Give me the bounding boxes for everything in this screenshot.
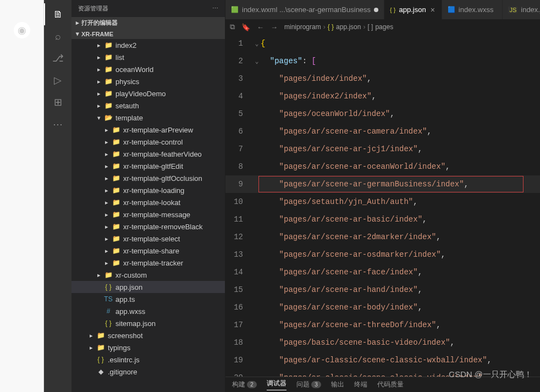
tree-folder[interactable]: ▸📁xr-template-lookat [71,196,225,208]
tree-label: app.json [115,283,142,291]
editor-tab[interactable]: JSindex.js ...\ [503,0,540,19]
code-line[interactable]: 20 "pages/ar-classic/scene-classic-video… [225,369,540,377]
tree-folder[interactable]: ▸📁xr-template-gltfOcclusion [71,172,225,184]
back-icon[interactable]: ← [257,23,264,31]
panel-build[interactable]: 构建 2 [232,380,257,389]
code-line[interactable]: 10 "pages/setauth/yjn_Auth/auth", [225,193,540,211]
code-line[interactable]: 7 "pages/ar/scene-ar-jcj1/index", [225,140,540,158]
tree-file[interactable]: ▸{ }sitemap.json [71,317,225,329]
folder-open-icon: 📂 [103,114,113,122]
panel-codequality[interactable]: 代码质量 [377,380,404,389]
chevron-icon: ▸ [95,78,103,85]
editor-area: 🟩index.wxml ...\scene-ar-germanBusiness{… [225,0,540,392]
code-line[interactable]: 16 "pages/ar/scene-ar-body/index", [225,299,540,316]
json-icon: { } [103,283,113,291]
close-icon[interactable]: × [429,5,436,14]
code-line[interactable]: 19 "pages/ar-classic/scene-classic-wxbal… [225,351,540,369]
more-icon[interactable]: ⋯ [212,5,218,12]
tree-folder[interactable]: ▸📁xr-template-arPreview [71,124,225,136]
tree-file[interactable]: ▸◆.gitignore [71,366,225,378]
editor-tab[interactable]: { }app.json× [384,0,442,19]
branch-icon[interactable]: ⎇ [44,47,71,69]
line-number: 19 [225,356,253,365]
tree-folder[interactable]: ▸📁setauth [71,100,225,112]
code-line[interactable]: 15 "pages/ar/scene-ar-hand/index", [225,281,540,299]
tree-label: xr-template-gltfOcclusion [123,174,202,183]
tree-folder[interactable]: ▸📁screenshot [71,329,225,341]
more-icon[interactable]: ⋯ [44,113,71,135]
code-line[interactable]: 18 "pages/basic/scene-basic-video/index"… [225,334,540,351]
tree-folder[interactable]: ▸📁list [71,51,225,63]
tree-file[interactable]: ▸TSapp.ts [71,293,225,305]
code-content: "pages/ar/scene-ar-hand/index", [261,285,422,294]
panel-debugger[interactable]: 调试器 [267,379,286,390]
tree-folder[interactable]: ▸📁playVideoDemo [71,87,225,100]
code-line[interactable]: 6 "pages/ar/scene-ar-camera/index", [225,123,540,140]
tree-folder[interactable]: ▸📁xr-template-loading [71,184,225,196]
panel-problems[interactable]: 问题 3 [296,380,321,389]
code-editor[interactable]: 1⌄{2⌄ "pages": [3 "pages/index/index",4 … [225,35,540,377]
tree-file[interactable]: ▸#app.wxss [71,305,225,317]
chevron-icon: ▸ [102,187,111,194]
tree-folder[interactable]: ▸📁oceanWorld [71,63,225,75]
editor-tab[interactable]: 🟦index.wxss [442,0,503,19]
tree-folder[interactable]: ▸📁physics [71,75,225,87]
tree-folder[interactable]: ▸📁xr-template-select [71,233,225,245]
code-line[interactable]: 13 "pages/ar/scene-ar-osdmarker/index", [225,246,540,263]
bookmark-icon[interactable]: 🔖 [241,23,250,31]
code-line[interactable]: 5 "pages/oceanWorld/index", [225,105,540,123]
tree-folder[interactable]: ▾📂template [71,112,225,124]
tree-folder[interactable]: ▸📁xr-template-tracker [71,257,225,269]
line-number: 17 [225,321,253,329]
code-line[interactable]: 14 "pages/ar/scene-ar-face/index", [225,263,540,281]
code-line[interactable]: 9 "pages/ar/scene-ar-germanBusiness/inde… [225,175,540,193]
file-tree[interactable]: ▸📁index2▸📁list▸📁oceanWorld▸📁physics▸📁pla… [71,39,225,392]
tree-file[interactable]: ▸{ }.eslintrc.js [71,354,225,366]
chevron-icon: ▸ [102,247,111,255]
code-line[interactable]: 12 "pages/ar/scene-ar-2dmarker/index", [225,228,540,246]
modified-dot-icon[interactable] [374,8,378,12]
line-number: 4 [225,92,253,101]
code-line[interactable]: 11 "pages/ar/scene-ar-basic/index", [225,211,540,228]
tree-folder[interactable]: ▸📁xr-template-removeBlack [71,220,225,233]
extensions-icon[interactable]: ⊞ [44,91,71,113]
forward-icon[interactable]: → [271,23,278,31]
files-icon[interactable]: 🗎 [44,3,71,25]
tree-folder[interactable]: ▸📁xr-template-message [71,208,225,220]
tree-file[interactable]: ▸{ }app.json [71,281,225,293]
fold-icon[interactable]: ⌄ [253,40,261,47]
tree-folder[interactable]: ▸📁index2 [71,39,225,51]
chevron-icon: ▸ [95,54,103,61]
tree-folder[interactable]: ▸📁typings [71,341,225,354]
code-line[interactable]: 4 "pages/index2/index", [225,87,540,105]
code-line[interactable]: 8 "pages/ar/scene-ar-oceanWorld/index", [225,158,540,175]
tree-folder[interactable]: ▸📁xr-template-share [71,245,225,257]
editor-tab[interactable]: 🟩index.wxml ...\scene-ar-germanBusiness [225,0,384,19]
code-content: "pages": [ [261,57,316,65]
tree-folder[interactable]: ▸📁xr-custom [71,269,225,281]
folder-icon: 📁 [111,162,121,170]
folder-icon: 📁 [111,198,121,206]
open-editors-section[interactable]: ▸ 打开的编辑器 [71,17,225,29]
tree-folder[interactable]: ▸📁xr-template-control [71,136,225,148]
code-line[interactable]: 17 "pages/ar/scene-ar-threeDof/index", [225,316,540,334]
chevron-icon: ▸ [95,42,103,49]
debug-icon[interactable]: ▷ [44,69,71,91]
avatar-circle[interactable]: ◉ [14,22,30,38]
line-number: 2 [225,57,253,65]
breadcrumb[interactable]: miniprogram› { }app.json› [ ]pages [284,23,393,31]
tree-folder[interactable]: ▸📁xr-template-featherVideo [71,148,225,160]
tree-folder[interactable]: ▸📁xr-template-gltfEdit [71,160,225,172]
code-line[interactable]: 2⌄ "pages": [ [225,52,540,70]
compare-icon[interactable]: ⧉ [230,23,235,31]
panel-terminal[interactable]: 终端 [354,380,367,389]
code-line[interactable]: 3 "pages/index/index", [225,70,540,87]
tree-label: app.wxss [115,307,145,316]
code-content: "pages/index/index", [261,74,372,83]
fold-icon[interactable]: ⌄ [253,58,261,65]
search-icon[interactable]: ⌕ [44,25,71,47]
project-section[interactable]: ▾ XR-FRAME [71,29,225,39]
panel-output[interactable]: 输出 [331,380,344,389]
tab-label: index.wxss [459,5,494,14]
code-line[interactable]: 1⌄{ [225,35,540,52]
